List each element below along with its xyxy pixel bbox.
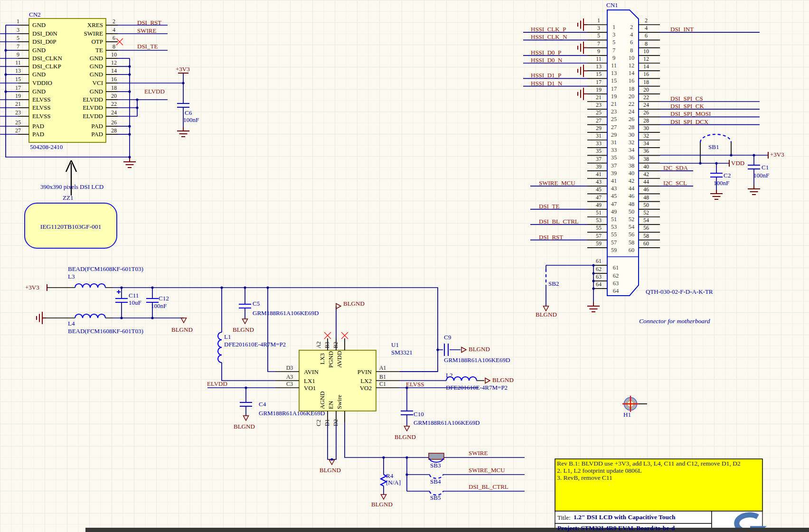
junction-dot xyxy=(4,49,7,51)
cn1-inner-pin-number: 9 xyxy=(608,55,620,61)
cn2-pin-number: 3 xyxy=(11,27,25,33)
l1-ref: L1 xyxy=(224,334,231,340)
blgnd-label-c5: BLGND xyxy=(233,327,254,333)
cn1-pin-number: 22 xyxy=(640,94,652,100)
h-scrollbar[interactable] xyxy=(85,528,809,532)
cn1-inner-pin-number: 11 xyxy=(608,63,620,69)
cn1-pin-number: 62 xyxy=(593,266,605,272)
cn1-pin-number: 28 xyxy=(640,118,652,123)
cn1-pin-number: 20 xyxy=(640,87,652,93)
l3-ref: L3 xyxy=(68,273,75,280)
cn2-pin-number: 26 xyxy=(107,120,121,125)
cn1-pin-number: 29 xyxy=(593,125,605,131)
cn1-pin-number: 10 xyxy=(640,48,652,54)
cn2-pin-name: GND xyxy=(65,71,103,77)
cn1-inner-pin-number: 24 xyxy=(626,109,637,115)
cn1-inner-pin-number: 59 xyxy=(608,247,620,253)
cn1-inner-pin-number: 60 xyxy=(626,247,637,253)
gnd-symbol xyxy=(177,127,189,137)
cn1-net-label: DSI_TE xyxy=(539,203,559,209)
c1-c2-capacitors[interactable] xyxy=(710,165,760,177)
cn2-pin-name: GND xyxy=(32,47,46,53)
zz1-designator: ZZ1 xyxy=(63,195,73,201)
cn1-pin-number: 1 xyxy=(593,18,605,23)
blgnd-arrow xyxy=(485,378,490,383)
cn2-pin-name: VCI xyxy=(65,80,103,86)
u1-pin-designator: D1 xyxy=(324,419,330,426)
cn1-inner-pin-number: 50 xyxy=(626,209,637,215)
cn1-pin-number: 8 xyxy=(640,41,652,47)
cn1-wires xyxy=(546,155,768,306)
cn2-pin-number: 23 xyxy=(11,110,25,115)
cn1-pin-number: 6 xyxy=(640,33,652,38)
cn2-pin-name: ELVSS xyxy=(32,113,51,119)
junction-dot xyxy=(4,73,7,75)
title-label: Title: xyxy=(557,514,571,521)
blgnd-label-agnd: BLGND xyxy=(320,467,341,473)
cn1-inner-pin-number: 42 xyxy=(626,178,637,184)
l2-part: DFE201610E-4R7M=P2 xyxy=(446,384,508,391)
cn1-note: Connector for motherboard xyxy=(639,318,710,325)
u1-pin-name: LX3 xyxy=(319,353,325,364)
cn2-pin-name: PAD xyxy=(32,123,44,129)
cn1-inner-pin-number: 15 xyxy=(608,78,620,84)
cn1-pin-number: 34 xyxy=(640,140,652,146)
c6-capacitor[interactable] xyxy=(177,103,189,107)
sb1-open-bridge[interactable] xyxy=(700,134,731,142)
cn2-pin-number: 1 xyxy=(11,19,25,24)
cn2-pin-name: GND xyxy=(65,55,103,61)
cn1-inner-pin-number: 40 xyxy=(626,170,637,177)
l3-part: BEAD(FCM1608KF-601T03) xyxy=(68,266,143,272)
cn1-pin-number: 46 xyxy=(640,187,652,192)
junction-dot xyxy=(151,286,153,289)
u1-pin-designator: B1 xyxy=(376,374,389,380)
junction-dot xyxy=(715,162,717,164)
cn2-pin-name: SWIRE xyxy=(65,30,103,37)
c11-value: 10uF xyxy=(129,299,141,306)
l3-l4-beads[interactable] xyxy=(75,284,105,318)
cn1-net-label: DSI_BL_CTRL xyxy=(539,218,579,224)
cn1-pin-number: 50 xyxy=(640,202,652,208)
cn1-inner-pin-number: 46 xyxy=(626,193,637,199)
blgnd-label-pgnd: BLGND xyxy=(343,300,365,307)
l2-ref: L2 xyxy=(446,372,452,378)
cn2-pin-number: 6 xyxy=(107,35,121,41)
cn2-pin-number: 19 xyxy=(11,93,25,99)
cn1-net-label: HSSI_CLK_N xyxy=(531,34,567,40)
net-label-dsi-bl-ctrl: DSI_BL_CTRL xyxy=(469,484,508,490)
cn1-inner-pin-number: 7 xyxy=(608,47,620,54)
u1-pin-designator: B2 xyxy=(333,342,339,348)
u1-pin-name: LX1 xyxy=(304,378,315,384)
cn1-inner-pin-number: 4 xyxy=(626,32,637,38)
cn2-pin-name: ELVDD xyxy=(65,113,103,119)
cn1-pin-number: 11 xyxy=(593,56,605,62)
junction-dot xyxy=(266,286,269,289)
filter-power-3v3: +3V3 xyxy=(25,284,39,290)
cn1-pin-number: 54 xyxy=(640,217,652,223)
cn1-pin-number: 18 xyxy=(640,79,652,85)
cn2-pin-number: 15 xyxy=(11,76,25,82)
cn1-pin-number: 13 xyxy=(593,64,605,69)
cn1-designator: CN1 xyxy=(606,2,618,8)
cn1-net-label: HSSI_D1_N xyxy=(531,80,562,86)
cn1-inner-pin-number: 44 xyxy=(626,186,637,192)
sb2-label: SB2 xyxy=(548,280,559,287)
blgnd-label-filter: BLGND xyxy=(171,327,193,333)
cn1-pin-number: 47 xyxy=(593,195,605,200)
cn2-pin-number: 17 xyxy=(11,85,25,91)
c1-value: 100nF xyxy=(753,172,769,178)
cn1-pin-number: 52 xyxy=(640,210,652,215)
sb3-label: SB3 xyxy=(430,462,441,468)
cn2-pin-number: 22 xyxy=(107,101,121,107)
cn1-pin-number: 59 xyxy=(593,241,605,246)
cn1-pin-number: 15 xyxy=(593,71,605,77)
junction-dot xyxy=(182,82,184,84)
power-label-3v3: +3V3 xyxy=(176,66,190,72)
c12-value: 100nF xyxy=(151,303,167,309)
junction-dot xyxy=(128,90,131,93)
sb3-bridge[interactable] xyxy=(429,453,444,459)
u1-pin-name: EN xyxy=(328,401,334,409)
schematic-canvas[interactable]: CN2 504208-2410 DSI_RST SWIRE DSI_TE ELV… xyxy=(0,0,809,532)
cn1-pin-number: 14 xyxy=(640,64,652,69)
c6-ref: C6 xyxy=(185,110,192,116)
